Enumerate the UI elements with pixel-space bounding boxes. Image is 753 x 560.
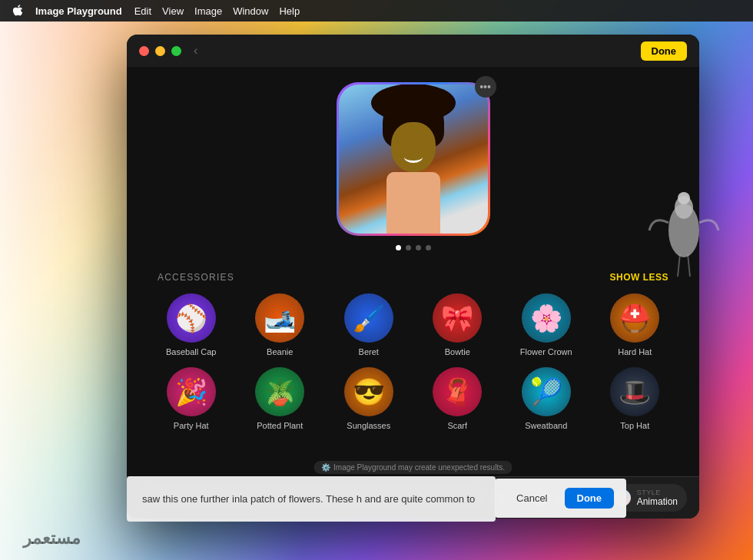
baseball-cap-icon: ⚾	[167, 293, 216, 343]
sweatband-icon: 🎾	[522, 367, 571, 416]
generated-image-inner	[339, 84, 488, 234]
menubar-menu-items: Edit View Image Window Help	[134, 5, 300, 17]
menubar-window[interactable]: Window	[233, 5, 268, 17]
scarf-label: Scarf	[447, 421, 467, 430]
zoom-button[interactable]	[171, 46, 181, 56]
titlebar: ‹ Done	[127, 35, 699, 67]
person-figure	[363, 95, 463, 234]
flower-crown-label: Flower Crown	[520, 347, 572, 356]
accessory-beret[interactable]: 🖌️ Beret	[327, 293, 410, 356]
menubar-edit[interactable]: Edit	[134, 5, 151, 17]
accessory-baseball-cap[interactable]: ⚾ Baseball Cap	[150, 293, 233, 356]
close-button[interactable]	[139, 46, 149, 56]
dialog-done-button[interactable]: Done	[565, 488, 615, 509]
menubar-image[interactable]: Image	[194, 5, 222, 17]
image-preview-container: •••	[337, 82, 490, 236]
accessories-grid: ⚾ Baseball Cap 🎿 Beanie 🖌️ Beret	[150, 293, 676, 430]
background-text-area: saw this one further inla patch of flowe…	[127, 476, 496, 522]
generated-image	[337, 82, 490, 236]
image-preview-area: •••	[337, 82, 490, 250]
accessory-sunglasses[interactable]: 😎 Sunglasses	[327, 367, 410, 430]
page-dot-4[interactable]	[426, 245, 431, 250]
sunglasses-label: Sunglasses	[347, 421, 390, 430]
top-hat-label: Top Hat	[620, 421, 649, 430]
svg-point-5	[678, 192, 690, 204]
style-name: Animation	[637, 496, 678, 507]
back-button[interactable]: ‹	[194, 44, 197, 58]
accessories-header: ACCESSORIES SHOW LESS	[150, 272, 676, 283]
bowtie-label: Bowtie	[445, 347, 470, 356]
done-button[interactable]: Done	[641, 41, 688, 61]
apple-menu-icon[interactable]	[11, 5, 23, 17]
accessory-scarf[interactable]: 🧣 Scarf	[416, 367, 499, 430]
desktop-bird	[645, 154, 738, 307]
style-info: STYLE Animation	[637, 489, 678, 507]
accessory-potted-plant[interactable]: 🪴 Potted Plant	[239, 367, 322, 430]
watermark-logo: مستعمر	[23, 529, 81, 548]
dialog-cancel-button[interactable]: Cancel	[507, 488, 556, 509]
body	[386, 172, 440, 234]
accessory-top-hat[interactable]: 🎩 Top Hat	[594, 367, 677, 430]
menubar-view[interactable]: View	[162, 5, 184, 17]
page-dot-1[interactable]	[396, 245, 401, 250]
accessory-bowtie[interactable]: 🎀 Bowtie	[416, 293, 499, 356]
bowtie-icon: 🎀	[433, 293, 482, 343]
potted-plant-icon: 🪴	[255, 367, 304, 416]
accessories-section: ACCESSORIES SHOW LESS ⚾ Baseball Cap 🎿 B…	[150, 272, 676, 430]
main-content: •••	[127, 67, 699, 476]
more-options-button[interactable]: •••	[475, 76, 496, 98]
background-text: saw this one further inla patch of flowe…	[142, 492, 480, 507]
menubar-app-name: Image Playground	[35, 5, 122, 17]
scarf-icon: 🧣	[433, 367, 482, 416]
potted-plant-label: Potted Plant	[257, 421, 303, 430]
page-dot-3[interactable]	[416, 245, 421, 250]
top-hat-icon: 🎩	[610, 367, 659, 416]
style-label: STYLE	[637, 489, 678, 496]
beret-icon: 🖌️	[344, 293, 393, 343]
beanie-label: Beanie	[267, 347, 293, 356]
face	[391, 122, 436, 172]
menubar: Image Playground Edit View Image Window …	[0, 0, 753, 22]
badge-icon: ⚙️	[321, 463, 330, 472]
badge-text: Image Playground may create unexpected r…	[333, 463, 505, 472]
accessory-party-hat[interactable]: 🎉 Party Hat	[150, 367, 233, 430]
accessories-title: ACCESSORIES	[158, 272, 234, 283]
baseball-cap-label: Baseball Cap	[166, 347, 216, 356]
dialog-buttons: Cancel Done	[495, 479, 626, 518]
sunglasses-icon: 😎	[344, 367, 393, 416]
minimize-button[interactable]	[155, 46, 165, 56]
accessory-flower-crown[interactable]: 🌸 Flower Crown	[505, 293, 588, 356]
menubar-help[interactable]: Help	[279, 5, 300, 17]
party-hat-label: Party Hat	[174, 421, 209, 430]
app-window: ‹ Done •••	[127, 35, 699, 519]
party-hat-icon: 🎉	[167, 367, 216, 416]
hard-hat-label: Hard Hat	[618, 347, 652, 356]
traffic-lights	[139, 46, 181, 56]
page-dots	[396, 245, 431, 250]
sweatband-label: Sweatband	[525, 421, 567, 430]
flower-crown-icon: 🌸	[522, 293, 571, 343]
desktop: Image Playground Edit View Image Window …	[0, 0, 753, 560]
page-dot-2[interactable]	[406, 245, 411, 250]
beanie-icon: 🎿	[255, 293, 304, 343]
accessory-sweatband[interactable]: 🎾 Sweatband	[505, 367, 588, 430]
beret-label: Beret	[359, 347, 379, 356]
accessory-beanie[interactable]: 🎿 Beanie	[239, 293, 322, 356]
playground-badge: ⚙️ Image Playground may create unexpecte…	[313, 461, 513, 474]
